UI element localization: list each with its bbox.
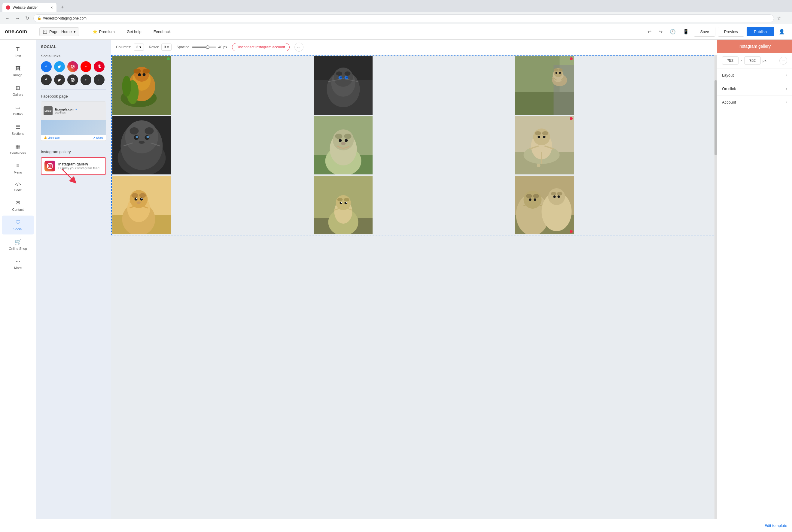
svg-point-104 bbox=[142, 198, 143, 199]
sidebar-item-code[interactable]: </> Code bbox=[2, 178, 34, 195]
sidebar-item-image[interactable]: 🖼 Image bbox=[2, 62, 34, 80]
photo-cell-9[interactable] bbox=[515, 176, 574, 234]
disconnect-btn[interactable]: Disconnect Instagram account bbox=[232, 43, 289, 51]
width-input[interactable] bbox=[722, 56, 738, 64]
fb-share-btn[interactable]: ↗ Share bbox=[93, 136, 103, 139]
tab-close-btn[interactable]: × bbox=[51, 5, 53, 10]
photo-cell-7[interactable] bbox=[112, 176, 171, 234]
feedback-btn[interactable]: Feedback bbox=[150, 27, 174, 36]
sidebar-item-contact[interactable]: ✉ Contact bbox=[2, 196, 34, 215]
svg-point-76 bbox=[335, 134, 342, 139]
svg-point-89 bbox=[543, 136, 546, 138]
active-tab[interactable]: Website Builder × bbox=[2, 3, 56, 12]
sidebar-item-social[interactable]: ♡ Social bbox=[2, 215, 34, 234]
lock-icon: 🔒 bbox=[37, 16, 41, 20]
dimension-row: × px ··· bbox=[717, 53, 792, 69]
publish-btn[interactable]: Publish bbox=[747, 27, 774, 36]
preview-btn[interactable]: Preview bbox=[718, 27, 744, 37]
svg-point-133 bbox=[553, 195, 556, 198]
account-row[interactable]: Account › bbox=[717, 95, 792, 109]
photo-cell-2[interactable] bbox=[314, 56, 372, 115]
url-bar[interactable]: 🔒 webeditor-staging.one.com bbox=[33, 14, 774, 22]
facebook-icon-colored[interactable] bbox=[41, 61, 52, 72]
svg-point-117 bbox=[341, 202, 342, 203]
svg-point-52 bbox=[554, 69, 558, 72]
sidebar-item-more[interactable]: ··· More bbox=[2, 254, 34, 273]
facebook-page-preview[interactable]: LOGO Example.com ✓ 100 likes 👍 Like Page… bbox=[41, 101, 106, 141]
ig-gallery-item[interactable]: Instagram gallery Display your Instagram… bbox=[41, 157, 106, 175]
mobile-preview-btn[interactable]: 📱 bbox=[681, 27, 692, 36]
get-help-btn[interactable]: Get help bbox=[123, 27, 145, 36]
height-input[interactable] bbox=[744, 56, 761, 64]
sidebar-item-button[interactable]: ▭ Button bbox=[2, 100, 34, 119]
rows-select[interactable]: 3 ▾ bbox=[161, 43, 172, 51]
sidebar-item-text[interactable]: T Text bbox=[2, 43, 34, 61]
refresh-btn[interactable]: ↻ bbox=[24, 14, 30, 22]
svg-point-105 bbox=[137, 202, 141, 204]
new-tab-btn[interactable]: + bbox=[58, 2, 67, 12]
instagram-icon-colored[interactable] bbox=[67, 61, 78, 72]
fb-likes: 100 likes bbox=[55, 111, 77, 114]
pinterest-icon-colored[interactable] bbox=[94, 61, 105, 72]
svg-point-55 bbox=[559, 72, 561, 74]
edit-template-btn[interactable]: Edit template bbox=[765, 523, 787, 528]
columns-label: Columns: bbox=[116, 45, 131, 49]
photo-cell-4[interactable] bbox=[112, 116, 171, 174]
undo-btn[interactable]: ↩ bbox=[645, 27, 654, 36]
photo-cell-1[interactable] bbox=[112, 56, 171, 115]
dimension-separator: × bbox=[740, 59, 742, 63]
instagram-icon-black[interactable] bbox=[67, 74, 78, 85]
layout-row[interactable]: Layout › bbox=[717, 69, 792, 82]
sidebar-item-sections[interactable]: ☰ Sections bbox=[2, 120, 34, 139]
svg-point-0 bbox=[6, 6, 10, 9]
photo-cell-8[interactable] bbox=[314, 176, 372, 234]
section-divider-2 bbox=[41, 145, 106, 145]
more-options-btn[interactable]: ··· bbox=[294, 43, 303, 52]
youtube-icon-colored[interactable] bbox=[80, 61, 91, 72]
youtube-icon-black[interactable] bbox=[80, 74, 91, 85]
columns-group: Columns: 3 ▾ bbox=[116, 43, 144, 51]
page-selector[interactable]: Page: Home ▾ bbox=[39, 27, 79, 36]
page-label: Page: bbox=[49, 30, 59, 34]
forward-btn[interactable]: → bbox=[14, 14, 21, 22]
redo-btn[interactable]: ↪ bbox=[656, 27, 665, 36]
photo-cell-6[interactable] bbox=[515, 116, 574, 174]
twitter-icon-black[interactable] bbox=[54, 74, 65, 85]
fb-like-btn[interactable]: 👍 Like Page bbox=[43, 136, 60, 139]
app-header: one.com Page: Home ▾ ⭐ Premium Get help … bbox=[0, 24, 792, 40]
back-btn[interactable]: ← bbox=[4, 14, 11, 22]
on-click-row[interactable]: On click › bbox=[717, 82, 792, 95]
svg-point-75 bbox=[333, 129, 354, 150]
premium-btn[interactable]: ⭐ Premium bbox=[89, 27, 118, 36]
facebook-icon-black[interactable] bbox=[41, 74, 52, 85]
menu-icon[interactable]: ⋮ bbox=[784, 15, 788, 21]
ig-gallery-label: Instagram gallery bbox=[41, 150, 106, 154]
sidebar-menu-label: Menu bbox=[14, 171, 22, 174]
photo-cell-3[interactable] bbox=[515, 56, 574, 115]
sidebar-item-gallery[interactable]: ⊞ Gallery bbox=[2, 81, 34, 100]
rows-group: Rows: 3 ▾ bbox=[149, 43, 171, 51]
svg-point-62 bbox=[130, 127, 139, 134]
spacing-slider[interactable] bbox=[192, 46, 216, 48]
columns-select[interactable]: 3 ▾ bbox=[134, 43, 144, 51]
layout-label: Layout bbox=[722, 73, 786, 77]
dimension-options-btn[interactable]: ··· bbox=[779, 57, 787, 64]
sidebar-item-online-shop[interactable]: 🛒 Online Shop bbox=[2, 235, 34, 254]
sidebar-item-menu[interactable]: ≡ Menu bbox=[2, 159, 34, 178]
svg-point-87 bbox=[542, 131, 548, 135]
photo-cell-5[interactable] bbox=[314, 116, 372, 174]
photo-2-img bbox=[314, 56, 372, 115]
sidebar-item-containers[interactable]: ▦ Containers bbox=[2, 139, 34, 158]
profile-btn[interactable]: 👤 bbox=[776, 27, 787, 36]
twitter-icon-colored[interactable] bbox=[54, 61, 65, 72]
left-sidebar: T Text 🖼 Image ⊞ Gallery ▭ Button ☰ Sect… bbox=[0, 40, 36, 532]
svg-point-5 bbox=[72, 66, 74, 68]
photo-4-img bbox=[112, 116, 171, 174]
bookmark-icon[interactable]: ☆ bbox=[777, 15, 781, 21]
save-btn[interactable]: Save bbox=[694, 27, 715, 37]
pinterest-icon-black[interactable]: P bbox=[94, 74, 105, 85]
svg-text:P: P bbox=[98, 78, 100, 81]
ig-gallery-item-wrapper: Instagram gallery Display your Instagram… bbox=[41, 157, 106, 175]
history-btn[interactable]: 🕐 bbox=[667, 27, 678, 36]
svg-point-98 bbox=[130, 190, 148, 208]
